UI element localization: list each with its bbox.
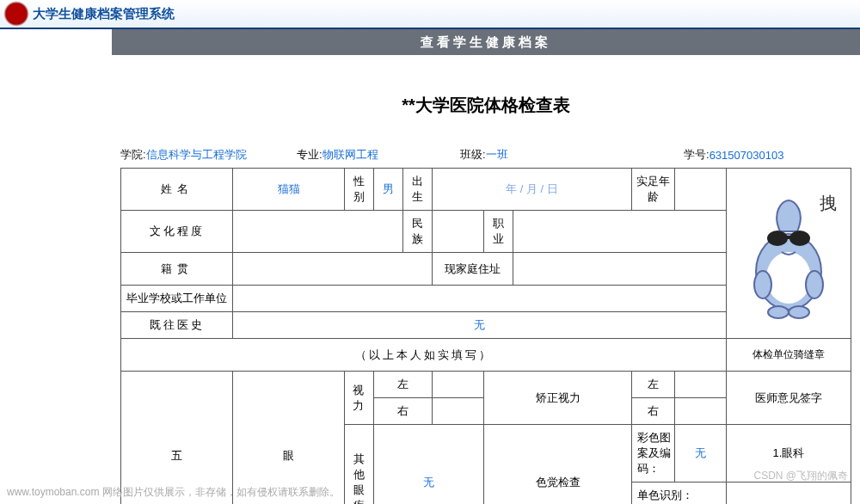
svg-rect-4 <box>785 236 792 239</box>
document-title: **大学医院体格检查表 <box>112 55 860 147</box>
job-label: 职业 <box>484 211 513 253</box>
svg-point-1 <box>766 252 811 304</box>
corrected-left-label: 左 <box>632 372 675 398</box>
app-title: 大学生健康档案管理系统 <box>33 6 175 22</box>
corrected-right-value <box>675 398 727 425</box>
college-label: 学院: <box>120 147 146 163</box>
gender-label: 性别 <box>345 169 374 211</box>
color-pattern-value: 无 <box>675 425 727 482</box>
edu-value <box>233 211 403 253</box>
app-logo-icon <box>3 1 29 27</box>
corrected-right-label: 右 <box>632 398 675 425</box>
filled-note: （以上本人如实填写） <box>121 339 727 372</box>
native-value <box>233 253 433 286</box>
color-pattern-label: 彩色图案及编码： <box>637 431 671 475</box>
exam-table: 姓名 猫猫 性别 男 出生 年 / 月 / 日 实足年龄 拽 <box>120 168 851 504</box>
watermark-right: CSDN @飞翔的佩奇 <box>753 469 848 483</box>
vision-left-value <box>433 372 484 398</box>
sidebar <box>0 29 112 504</box>
main-content: 查看学生健康档案 **大学医院体格检查表 学院: 信息科学与工程学院 专业: 物… <box>112 29 860 504</box>
five-label: 五 <box>121 372 233 505</box>
major-value[interactable]: 物联网工程 <box>322 147 378 163</box>
edu-label: 文化程度 <box>121 211 233 253</box>
other-eye-value: 无 <box>374 425 484 505</box>
class-value[interactable]: 一班 <box>486 147 508 163</box>
student-info-row: 学院: 信息科学与工程学院 专业: 物联网工程 班级: 一班 学号: 63150… <box>112 147 860 168</box>
section-title: 查看学生健康档案 <box>112 29 860 55</box>
class-label: 班级: <box>460 147 486 163</box>
major-label: 专业: <box>297 147 322 163</box>
native-label: 籍贯 <box>121 253 233 286</box>
vision-right-value <box>433 398 484 425</box>
addr-value <box>513 253 727 286</box>
table-row: 姓名 猫猫 性别 男 出生 年 / 月 / 日 实足年龄 拽 <box>121 169 851 211</box>
mascot-bubble-text: 拽 <box>820 194 837 212</box>
svg-point-8 <box>789 306 809 318</box>
color-check-label: 色觉检查 <box>484 425 632 505</box>
age-value <box>675 169 727 211</box>
vision-right-label: 右 <box>374 398 433 425</box>
table-row: （以上本人如实填写） 体检单位骑缝章 <box>121 339 851 372</box>
birth-value: 年 / 月 / 日 <box>433 169 632 211</box>
table-row: 五 眼 视力 左 矫正视力 左 医师意见签字 <box>121 372 851 398</box>
college-value[interactable]: 信息科学与工程学院 <box>146 147 247 163</box>
corrected-left-value <box>675 372 727 398</box>
age-label: 实足年龄 <box>632 169 675 211</box>
name-value: 猫猫 <box>233 169 345 211</box>
vision-label: 视力 <box>345 372 374 425</box>
seal-label: 体检单位骑缝章 <box>727 339 851 372</box>
single-color-label: 单色识别：（红、绿、紫、蓝、黄） <box>632 482 727 505</box>
history-label: 既往医史 <box>121 312 233 339</box>
mascot-icon: 拽 <box>737 190 840 323</box>
history-value: 无 <box>233 312 727 339</box>
watermark-left: www.toymoban.com 网络图片仅供展示，非存储，如有侵权请联系删除。 <box>7 485 340 500</box>
grad-value <box>233 286 727 312</box>
svg-point-6 <box>806 271 823 298</box>
sid-label: 学号: <box>684 147 710 163</box>
svg-point-5 <box>754 271 771 298</box>
svg-point-2 <box>767 230 788 246</box>
mascot-cell: 拽 <box>727 169 851 339</box>
app-header: 大学生健康档案管理系统 <box>0 0 860 29</box>
nation-label: 民族 <box>403 211 433 253</box>
grad-label: 毕业学校或工作单位 <box>121 286 233 312</box>
name-label: 姓名 <box>121 169 233 211</box>
sid-value[interactable]: 631507030103 <box>710 149 784 162</box>
birth-label: 出生 <box>403 169 433 211</box>
vision-left-label: 左 <box>374 372 433 398</box>
eye-label: 眼 <box>233 372 345 505</box>
job-value <box>513 211 727 253</box>
svg-point-7 <box>768 306 789 318</box>
gender-value: 男 <box>374 169 403 211</box>
please-sign[interactable]: 请签字 <box>727 482 851 505</box>
addr-label: 现家庭住址 <box>433 253 513 286</box>
nation-value <box>433 211 484 253</box>
doctor-sign-label: 医师意见签字 <box>727 372 851 425</box>
other-eye-label: 其他眼疾 <box>345 425 374 505</box>
corrected-label: 矫正视力 <box>484 372 632 425</box>
svg-point-3 <box>789 230 810 246</box>
